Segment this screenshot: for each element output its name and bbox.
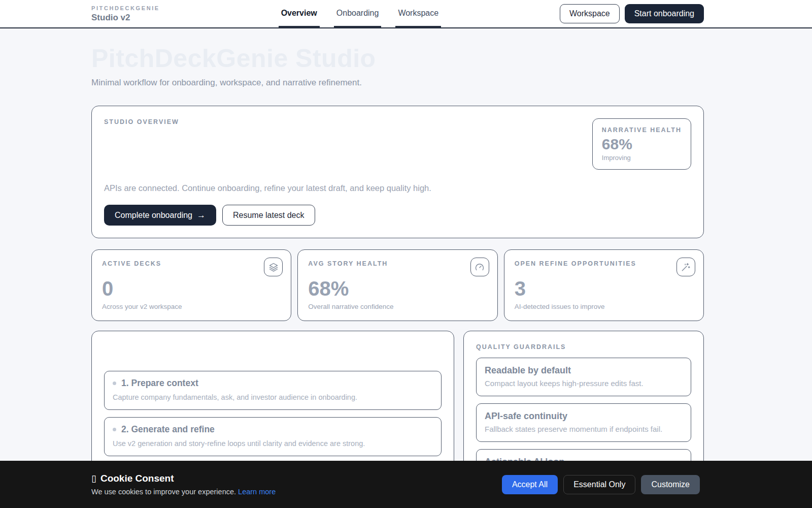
nav-tab-workspace[interactable]: Workspace — [395, 0, 441, 27]
start-onboarding-button[interactable]: Start onboarding — [625, 4, 704, 23]
cookie-consent-message: We use cookies to improve your experienc… — [91, 488, 236, 496]
brand-name: Studio v2 — [91, 13, 160, 23]
studio-overview-card: STUDIO OVERVIEW NARRATIVE HEALTH 68% Imp… — [91, 106, 704, 238]
refine-opportunities-label: OPEN REFINE OPPORTUNITIES — [515, 260, 693, 267]
cookie-text-block: ▯ Cookie Consent We use cookies to impro… — [91, 473, 276, 496]
step-bullet-icon — [113, 382, 116, 385]
learn-more-link[interactable]: Learn more — [238, 488, 276, 496]
top-header: PITCHDECKGENIE Studio v2 Overview Onboar… — [0, 0, 812, 28]
nav-tab-overview[interactable]: Overview — [279, 0, 320, 27]
brand-eyebrow: PITCHDECKGENIE — [91, 5, 160, 12]
studio-overview-label: STUDIO OVERVIEW — [104, 118, 179, 125]
active-decks-card: ACTIVE DECKS 0 Across your v2 workspace — [91, 249, 291, 321]
cookie-actions: Accept All Essential Only Customize — [502, 475, 700, 494]
workspace-button[interactable]: Workspace — [560, 4, 620, 23]
guardrail-readable: Readable by default Compact layout keeps… — [476, 358, 691, 396]
main-nav: Overview Onboarding Workspace — [279, 0, 442, 27]
step-1-desc: Capture company fundamentals, ask, and i… — [113, 393, 433, 401]
step-2-desc: Use v2 generation and story-refine loops… — [113, 439, 433, 448]
nav-tab-onboarding[interactable]: Onboarding — [334, 0, 382, 27]
refine-opportunities-card: OPEN REFINE OPPORTUNITIES 3 AI-detected … — [504, 249, 704, 321]
narrative-health-value: 68% — [602, 136, 682, 153]
arrow-right-icon: → — [197, 210, 206, 220]
narrative-health-trend: Improving — [602, 154, 682, 162]
guardrail-api-safe-title: API-safe continuity — [485, 411, 683, 422]
workflow-step-1: 1. Prepare context Capture company funda… — [104, 371, 442, 410]
accept-all-button[interactable]: Accept All — [502, 475, 558, 494]
quality-guardrails-label: QUALITY GUARDRAILS — [476, 343, 691, 351]
workflow-step-2: 2. Generate and refine Use v2 generation… — [104, 417, 442, 456]
resume-latest-deck-button[interactable]: Resume latest deck — [222, 205, 315, 226]
avg-story-health-label: AVG STORY HEALTH — [308, 260, 487, 267]
overview-status-message: APIs are connected. Continue onboarding,… — [104, 183, 691, 193]
essential-only-button[interactable]: Essential Only — [563, 475, 635, 494]
step-1-title: 1. Prepare context — [121, 378, 198, 389]
workflow-spacer — [104, 343, 442, 364]
wand-icon[interactable] — [676, 258, 695, 276]
active-decks-value: 0 — [102, 277, 281, 300]
step-2-title: 2. Generate and refine — [121, 424, 215, 435]
guardrail-readable-desc: Compact layout keeps high-pressure edits… — [485, 379, 683, 388]
header-actions: Workspace Start onboarding — [560, 4, 704, 23]
complete-onboarding-button[interactable]: Complete onboarding → — [104, 205, 216, 226]
hero-section: PitchDeckGenie Studio Minimal workflow f… — [91, 28, 704, 88]
gauge-icon[interactable] — [470, 258, 489, 276]
brand-logo[interactable]: PITCHDECKGENIE Studio v2 — [91, 5, 160, 22]
customize-button[interactable]: Customize — [641, 475, 700, 494]
guardrail-api-safe: API-safe continuity Fallback states pres… — [476, 403, 691, 442]
refine-opportunities-value: 3 — [515, 277, 693, 300]
stats-row: ACTIVE DECKS 0 Across your v2 workspace … — [91, 249, 704, 321]
guardrail-readable-title: Readable by default — [485, 365, 683, 376]
narrative-health-label: NARRATIVE HEALTH — [602, 126, 682, 134]
cookie-consent-title: Cookie Consent — [100, 473, 174, 484]
avg-story-health-value: 68% — [308, 277, 487, 300]
layers-icon[interactable] — [264, 258, 283, 276]
active-decks-caption: Across your v2 workspace — [102, 303, 281, 310]
active-decks-label: ACTIVE DECKS — [102, 260, 281, 267]
page-subtitle: Minimal workflow for onboarding, workspa… — [91, 78, 704, 88]
avg-story-health-caption: Overall narrative confidence — [308, 303, 487, 310]
cookie-emoji-icon: ▯ — [91, 473, 96, 484]
complete-onboarding-label: Complete onboarding — [115, 211, 192, 220]
narrative-health-box: NARRATIVE HEALTH 68% Improving — [592, 118, 691, 170]
cookie-consent-bar: ▯ Cookie Consent We use cookies to impro… — [0, 461, 812, 508]
main-content: PitchDeckGenie Studio Minimal workflow f… — [91, 28, 704, 508]
avg-story-health-card: AVG STORY HEALTH 68% Overall narrative c… — [297, 249, 497, 321]
step-bullet-icon — [113, 428, 116, 431]
page-title: PitchDeckGenie Studio — [91, 44, 704, 73]
guardrail-api-safe-desc: Fallback states preserve momentum if end… — [485, 425, 683, 433]
refine-opportunities-caption: AI-detected issues to improve — [515, 303, 693, 310]
